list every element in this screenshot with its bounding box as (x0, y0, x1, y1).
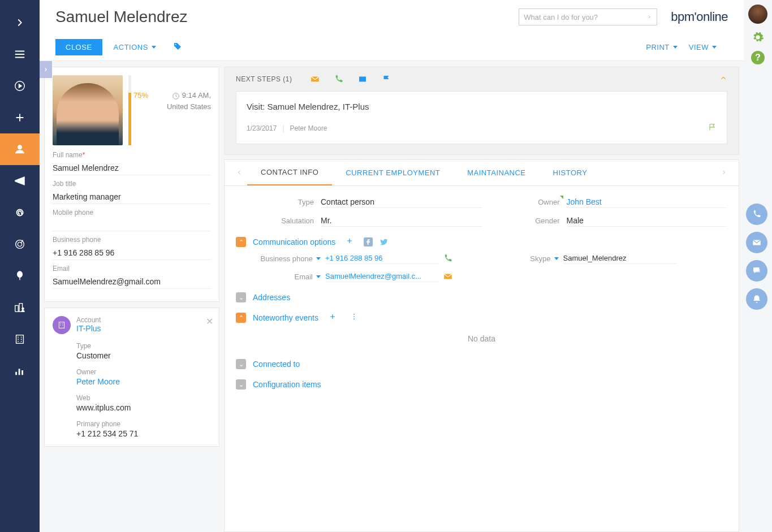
salutation-input[interactable]: Mr. (321, 215, 482, 227)
page-title: Samuel Melendrez (55, 8, 519, 26)
nav-accounts[interactable] (0, 323, 40, 355)
expand-addresses-button[interactable]: ⌄ (236, 292, 246, 302)
completeness-indicator[interactable]: 75% (128, 75, 148, 145)
full-name-label: Full name* (53, 151, 211, 159)
gender-label: Gender (482, 217, 567, 225)
contact-photo[interactable] (53, 75, 123, 145)
add-email-icon[interactable] (310, 74, 320, 84)
nav-email[interactable] (0, 197, 40, 228)
action-bar: CLOSE ACTIONS PRINT VIEW (40, 34, 744, 61)
nav-contacts[interactable] (0, 133, 40, 165)
tracked-mark-icon (560, 196, 563, 199)
actions-button[interactable]: ACTIONS (114, 43, 156, 51)
right-column: NEXT STEPS (1) Visit: Samuel Melendrez, … (224, 67, 739, 532)
svg-point-8 (175, 44, 176, 45)
account-web-value: www.itplus.com (76, 403, 211, 412)
help-icon[interactable]: ? (751, 51, 765, 64)
comm-email-value[interactable]: SamuelMelendrez@gmail.c... (325, 271, 438, 282)
tab-current-employment[interactable]: CURRENT EMPLOYMENT (332, 161, 454, 185)
call-icon[interactable] (443, 253, 453, 263)
remove-account-icon[interactable]: ✕ (206, 316, 213, 327)
email-label: Email (53, 265, 211, 273)
tag-icon[interactable] (173, 42, 182, 53)
collapse-events-button[interactable]: ⌃ (236, 313, 246, 323)
comm-skype-value[interactable]: Samuel_Melendrez (563, 253, 676, 264)
nav-leads[interactable] (0, 228, 40, 260)
tabs-header: CONTACT INFO CURRENT EMPLOYMENT MAINTAIN… (225, 160, 739, 186)
comm-skype-label[interactable]: Skype (490, 254, 559, 263)
business-phone-label: Business phone (53, 236, 211, 244)
nav-run-process[interactable] (0, 70, 40, 102)
cti-email-button[interactable] (746, 232, 767, 253)
comm-business-label[interactable]: Business phone (252, 254, 321, 263)
comm-business-value[interactable]: +1 916 288 85 96 (325, 253, 438, 264)
next-steps-title: NEXT STEPS (1) (236, 75, 292, 83)
connected-title[interactable]: Connected to (253, 360, 300, 369)
nav-add[interactable] (0, 102, 40, 133)
settings-icon[interactable] (750, 29, 766, 45)
twitter-icon[interactable] (379, 237, 389, 246)
business-phone-input[interactable]: +1 916 288 85 96 (53, 246, 211, 260)
gender-input[interactable]: Male (567, 215, 728, 227)
collapse-sidebar-button[interactable] (40, 61, 52, 78)
user-avatar[interactable] (748, 5, 767, 24)
type-label: Type (236, 198, 321, 206)
nav-employees[interactable] (0, 292, 40, 323)
cti-notifications-button[interactable] (746, 288, 767, 310)
left-column: 75% 9:14 AM, United States Full name* Sa… (44, 67, 219, 532)
flag-icon[interactable] (708, 123, 717, 133)
event-menu-button[interactable] (347, 313, 361, 323)
email-input[interactable]: SamuelMelendrez@gmail.com (53, 275, 211, 289)
add-event-button[interactable] (325, 313, 340, 323)
owner-input[interactable]: John Best (567, 196, 728, 208)
print-button[interactable]: PRINT (646, 43, 678, 51)
expand-config-button[interactable]: ⌄ (236, 379, 246, 390)
cti-phone-button[interactable] (746, 204, 767, 225)
mobile-input[interactable] (53, 219, 211, 231)
cti-feed-button[interactable] (746, 260, 767, 282)
profile-timezone: 9:14 AM, United States (154, 91, 211, 145)
account-owner-link[interactable]: Peter Moore (76, 377, 211, 386)
details-panel: CONTACT INFO CURRENT EMPLOYMENT MAINTAIN… (224, 159, 739, 532)
nav-expand[interactable] (0, 7, 40, 38)
tab-history[interactable]: HISTORY (540, 161, 601, 185)
add-comm-button[interactable] (342, 237, 357, 247)
type-input[interactable]: Contact person (321, 196, 482, 208)
global-search[interactable]: What can I do for you? (519, 8, 657, 25)
completeness-percent: 75% (133, 91, 148, 100)
add-call-icon[interactable] (334, 74, 344, 84)
full-name-input[interactable]: Samuel Melendrez (53, 161, 211, 175)
account-link[interactable]: IT-Plus (76, 324, 101, 333)
view-button[interactable]: VIEW (689, 43, 717, 51)
mobile-label: Mobile phone (53, 209, 211, 217)
expand-connected-button[interactable]: ⌄ (236, 359, 246, 369)
comm-options-title[interactable]: Communication options (253, 237, 335, 246)
noteworthy-title[interactable]: Noteworthy events (253, 313, 318, 322)
svg-point-3 (16, 240, 24, 249)
nav-campaigns[interactable] (0, 165, 40, 197)
job-title-input[interactable]: Marketing manager (53, 190, 211, 204)
addresses-title[interactable]: Addresses (253, 293, 290, 302)
add-task-icon[interactable] (357, 74, 368, 84)
collapse-icon[interactable] (719, 74, 727, 84)
logo: bpm'online (671, 10, 728, 24)
next-step-card[interactable]: Visit: Samuel Melendrez, IT-Plus 1/23/20… (236, 91, 727, 144)
main-nav-rail (0, 0, 40, 532)
visit-title: Visit: Samuel Melendrez, IT-Plus (247, 102, 717, 111)
nav-dashboards[interactable] (0, 355, 40, 387)
tab-contact-info[interactable]: CONTACT INFO (247, 160, 332, 185)
comm-email-label[interactable]: Email (252, 273, 321, 281)
collapse-comm-button[interactable]: ⌃ (236, 237, 246, 247)
facebook-icon[interactable] (364, 237, 373, 246)
nav-menu[interactable] (0, 38, 40, 70)
tabs-scroll-right[interactable] (716, 168, 732, 178)
nav-events[interactable] (0, 260, 40, 292)
tab-maintainance[interactable]: MAINTAINANCE (454, 161, 539, 185)
close-button[interactable]: CLOSE (55, 39, 102, 55)
config-title[interactable]: Configuration items (253, 380, 321, 389)
add-flag-icon[interactable] (381, 74, 391, 84)
tabs-scroll-left[interactable] (231, 168, 247, 178)
account-panel: ✕ Account IT-Plus Type Customer Owner Pe… (44, 308, 219, 447)
email-icon[interactable] (443, 271, 453, 282)
chevron-right-icon (646, 14, 652, 20)
